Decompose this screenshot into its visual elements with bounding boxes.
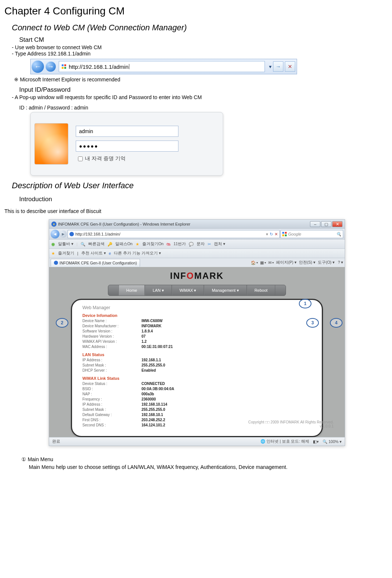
kv-value: 00:1E:31:00:07:21 bbox=[142, 344, 173, 349]
section-description-title: Description of Web User Interface bbox=[12, 181, 388, 190]
ie-nav-back-icon[interactable]: ◄ bbox=[51, 230, 59, 239]
kv-value: 000a3b bbox=[142, 392, 154, 397]
nav-back-icon[interactable]: ← bbox=[31, 60, 44, 73]
nav-reboot[interactable]: Reboot bbox=[247, 285, 275, 295]
ie-tab-bar: INFOMARK CPE Gen-II (User Configuration)… bbox=[49, 258, 345, 267]
kv-value: 07 bbox=[142, 334, 146, 339]
callout-badge-2: 2 bbox=[56, 318, 68, 328]
toolbar-item[interactable]: 알툴바 ▾ bbox=[58, 241, 74, 247]
login-avatar-image bbox=[34, 123, 68, 165]
tabmenu-home-icon[interactable]: 🏠▾ bbox=[251, 260, 258, 265]
kv-key: IP Address : bbox=[82, 358, 142, 363]
copyright-text: Copyright □□ 2009 INFOMARK All Rights Re… bbox=[248, 420, 334, 428]
toolbar-item[interactable]: 문자 bbox=[197, 241, 205, 247]
svg-rect-5 bbox=[282, 232, 284, 234]
tabmenu-help-icon[interactable]: ？▾ bbox=[337, 260, 343, 265]
kv-value: 00:0A:3B:00:04:0A bbox=[142, 386, 174, 392]
favorites-star-icon: ★ bbox=[51, 251, 55, 256]
kv-key: Device Status : bbox=[82, 381, 142, 386]
minimize-icon[interactable]: – bbox=[310, 221, 320, 227]
ie-titlebar: e INFOMARK CPE Gen-II (User Configuratio… bbox=[49, 220, 345, 229]
favorites-label[interactable]: 즐겨찾기 bbox=[58, 251, 74, 256]
status-zone: 🌐 인터넷 | 보호 모드: 해제 bbox=[260, 439, 309, 444]
tabmenu-safety[interactable]: 안전(S) ▾ bbox=[299, 260, 316, 265]
nav-wimax[interactable]: WiMAX ▾ bbox=[172, 285, 204, 295]
kv-row: Frequency :2360000 bbox=[82, 397, 311, 402]
address-dropdown-icon[interactable]: ▾ bbox=[267, 64, 273, 70]
tabmenu-feed-icon[interactable]: ▦▾ bbox=[260, 260, 266, 265]
start-cm-line2: - Type Address 192.168.1.1/admin bbox=[12, 51, 388, 57]
address-input[interactable]: http://192.168.1.1/admin bbox=[59, 61, 265, 72]
tab-favicon-icon bbox=[54, 261, 58, 265]
kv-value: INFOMARK bbox=[142, 324, 161, 329]
nav-lan[interactable]: LAN ▾ bbox=[145, 285, 171, 295]
kv-key: First DNS : bbox=[82, 418, 142, 423]
kv-key: Second DNS : bbox=[82, 423, 142, 428]
kv-row: Device Manufacturer :INFOMARK bbox=[82, 324, 311, 329]
panel-title: Web Manager bbox=[82, 305, 311, 310]
kv-row: Software Version :1.8.9.4 bbox=[82, 329, 311, 334]
kv-key: MAC Address : bbox=[82, 344, 142, 349]
toolbar-item[interactable]: 빠른검색 bbox=[88, 241, 105, 247]
kv-value: IMW-C600W bbox=[142, 318, 163, 324]
nav-management[interactable]: Management ▾ bbox=[204, 285, 246, 295]
kv-key: DHCP Server : bbox=[82, 368, 142, 373]
tabmenu-tools[interactable]: 도구(O) ▾ bbox=[318, 260, 335, 265]
kv-value: CONNECTED bbox=[142, 381, 165, 386]
zoom-level[interactable]: 🔍 100% ▾ bbox=[323, 439, 342, 444]
kv-key: IP Address : bbox=[82, 402, 142, 407]
group-device-info: Device Infomation bbox=[82, 313, 311, 318]
toolbar-item[interactable]: 알패스On bbox=[115, 241, 133, 247]
start-cm-heading: Start CM bbox=[19, 36, 388, 44]
input-id-line: - A Pop-up window will requests for spec… bbox=[12, 94, 388, 100]
favbar-item[interactable]: 추천 사이트 ▾ bbox=[81, 251, 106, 256]
ie-stop-icon[interactable]: ✕ bbox=[275, 232, 278, 237]
svg-rect-6 bbox=[285, 232, 287, 234]
kv-key: Subnet Mask : bbox=[82, 363, 142, 368]
globe-icon: 🌐 bbox=[260, 439, 265, 443]
stop-button-icon[interactable]: ✕ bbox=[285, 61, 295, 72]
remember-credentials-checkbox[interactable]: 내 자격 증명 기억 bbox=[76, 155, 219, 162]
favbar-e-icon: e bbox=[109, 251, 111, 256]
kv-key: Device Name : bbox=[82, 318, 142, 324]
input-id-heading: Input ID/Password bbox=[19, 86, 388, 94]
figure-login-dialog: admin ●●●●● 내 자격 증명 기억 bbox=[30, 112, 223, 176]
kv-value: 192.168.10.1 bbox=[142, 412, 163, 418]
search-go-icon[interactable]: 🔍 bbox=[336, 232, 341, 237]
alpass-icon: 🔑 bbox=[108, 242, 112, 247]
ie-address-input[interactable]: http://192.168.1.1/admin/ ▾ ↻ ✕ bbox=[68, 230, 280, 238]
ie-status-bar: 완료 🌐 인터넷 | 보호 모드: 해제 ◧▾ 🔍 100% ▾ bbox=[49, 437, 345, 446]
login-password-input[interactable]: ●●●●● bbox=[76, 141, 178, 152]
kv-value: 2360000 bbox=[142, 397, 156, 402]
footnote-main-menu-title: ① Main Menu bbox=[21, 456, 371, 462]
toolbar-item[interactable]: 11번가 bbox=[174, 241, 186, 247]
start-cm-line1: - Use web browser to connect Web CM bbox=[12, 44, 388, 50]
ie-refresh-icon[interactable]: ↻ bbox=[270, 232, 273, 237]
login-username-value: admin bbox=[79, 128, 93, 134]
favicon-google-icon bbox=[61, 64, 67, 69]
login-password-value: ●●●●● bbox=[79, 143, 98, 149]
maximize-icon[interactable]: ▢ bbox=[321, 221, 331, 227]
favbar-item[interactable]: 다른 추가 기능 가져오기 ▾ bbox=[114, 251, 161, 256]
status-split-icon[interactable]: ◧▾ bbox=[313, 439, 319, 444]
kv-value: 203.248.252.2 bbox=[142, 418, 165, 423]
nav-home[interactable]: Home bbox=[119, 285, 145, 295]
ie-logo-icon: e bbox=[51, 222, 57, 227]
remember-checkbox-input[interactable] bbox=[78, 156, 83, 161]
tabmenu-mail-icon[interactable]: ✉▾ bbox=[268, 260, 274, 265]
ie-nav-forward-icon[interactable]: ► bbox=[59, 230, 67, 238]
nav-forward-icon[interactable]: → bbox=[45, 61, 56, 72]
login-username-input[interactable]: admin bbox=[76, 126, 178, 137]
remember-label: 내 자격 증명 기억 bbox=[85, 155, 126, 162]
go-button-icon[interactable]: → bbox=[273, 61, 283, 72]
ie-altoolbar: ◉ 알툴바 ▾ | 🔍 빠른검색 🔑 알패스On ★ 즐겨찾기On 🛍 11번가… bbox=[49, 239, 345, 249]
infomark-logo: INFOMARK bbox=[49, 267, 345, 283]
ie-search-input[interactable]: Google 🔍 bbox=[280, 230, 343, 238]
close-icon[interactable]: ✕ bbox=[332, 221, 342, 227]
tabmenu-page[interactable]: 페이지(P) ▾ bbox=[276, 260, 297, 265]
toolbar-item[interactable]: 즐겨찾기On bbox=[142, 241, 164, 247]
toolbar-item[interactable]: 캡처 ▾ bbox=[214, 241, 225, 247]
kv-row: IP Address :192.168.10.114 bbox=[82, 402, 311, 407]
ie-address-dropdown-icon[interactable]: ▾ bbox=[266, 232, 268, 237]
browser-tab[interactable]: INFOMARK CPE Gen-II (User Configuration) bbox=[51, 259, 140, 267]
